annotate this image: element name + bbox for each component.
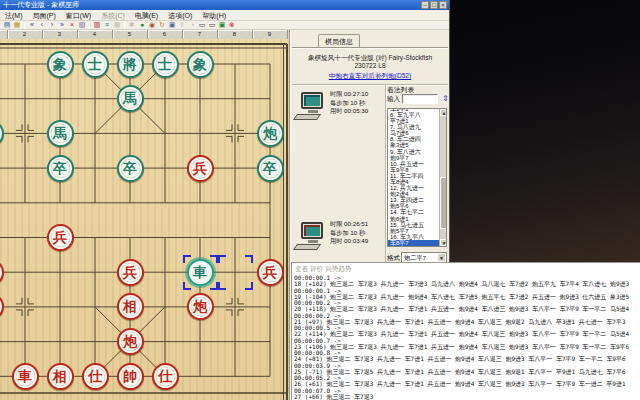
next-move-icon[interactable]: ›	[47, 21, 57, 29]
board-grid-icon: ▦	[112, 21, 122, 29]
move-list-item[interactable]: 车8平7	[388, 240, 440, 246]
ruler-cell: 1	[0, 30, 8, 39]
menu-item[interactable]: 法(M)	[0, 10, 28, 21]
opening-link[interactable]: 中炮右直车对后补列炮(D52)	[290, 72, 450, 81]
red-piece[interactable]: 相	[117, 293, 144, 320]
bracket-corner	[183, 282, 191, 290]
close-button[interactable]: ×	[439, 1, 447, 9]
player-icon[interactable]: ●	[137, 21, 147, 29]
new-icon[interactable]: ▤	[2, 21, 12, 29]
paste-icon[interactable]: ▧	[77, 21, 87, 29]
analysis-line: 26 (+61) 炮三退二 车7退3 兵九进一 车7进1 兵五进一 炮9进4 车…	[294, 381, 640, 387]
red-piece[interactable]: 仕	[82, 363, 109, 390]
minimize-button[interactable]: –	[421, 1, 429, 9]
analysis-header: 变着 评价 局势趋势	[295, 265, 351, 274]
black-piece[interactable]: 馬	[47, 120, 74, 147]
black-piece[interactable]: 卒	[257, 155, 284, 182]
title-bar[interactable]: 十一代专业版 - 象棋巫师 –□×	[0, 0, 449, 10]
menu-item[interactable]: 窗口(W)	[61, 10, 96, 21]
toolbar: ▤▦«‹›»×▧▥≡▦✱●◉↻▣‖◑▭▭▣⊗	[0, 21, 449, 30]
red-piece[interactable]: 兵	[117, 259, 144, 286]
red-piece[interactable]: 車	[12, 363, 39, 390]
analysis-line: 21 (+97) 炮三退二 车7退3 兵九进一 车7进1 兵五进一 炮9进4 车…	[294, 319, 640, 325]
flip-board-icon[interactable]: ↻	[157, 21, 167, 29]
analysis-line: 18 (+102) 炮三退二 车7退3 兵九进一 车7进3 马九进八 炮9进4 …	[294, 281, 640, 287]
input-label: 输入	[387, 95, 400, 104]
engine2-increment: 10 秒	[350, 229, 365, 236]
caption-buttons: –□×	[421, 1, 447, 9]
bracket-corner	[245, 282, 253, 290]
black-piece[interactable]: 卒	[47, 155, 74, 182]
prev-move-icon[interactable]: ‹	[37, 21, 47, 29]
black-piece[interactable]: 馬	[117, 85, 144, 112]
menu-item[interactable]: 选项(O)	[163, 10, 197, 21]
menu-item[interactable]: 电脑(E)	[130, 10, 163, 21]
scroll-up-icon[interactable]: ▲	[440, 109, 447, 116]
menu-item[interactable]: 系统(C)	[96, 10, 130, 21]
red-piece[interactable]: 相	[47, 363, 74, 390]
tab-game-info[interactable]: 棋局信息	[318, 34, 360, 47]
red-piece[interactable]: 炮	[117, 328, 144, 355]
stop-icon[interactable]: ⊗	[227, 21, 237, 29]
screen-icon[interactable]: ▣	[217, 21, 227, 29]
spin-icon[interactable]: ⇕	[442, 94, 449, 104]
scroll-down-icon[interactable]: ▼	[440, 239, 447, 246]
black-piece[interactable]: 士	[152, 51, 179, 78]
move-list-scrollbar[interactable]: ▲ ▼	[439, 109, 446, 246]
engine1-time-limit: 00:27:10	[344, 90, 368, 97]
engine-version-line: 230722 L8	[290, 62, 450, 69]
scrollbar-thumb[interactable]	[440, 177, 447, 229]
menu-bar: 法(M)局面(P)窗口(W)系统(C)电脑(E)选项(O)帮助(H)	[0, 10, 449, 21]
toolbar-separator	[124, 22, 125, 29]
xiangqi-board[interactable]: 象士將士象馬馬炮炮卒卒卒車兵兵兵兵兵車炮相炮車相仕帥仕	[0, 39, 289, 400]
black-piece[interactable]: 將	[117, 51, 144, 78]
engine1-icon[interactable]: ▭	[197, 21, 207, 29]
red-piece[interactable]: 兵	[47, 224, 74, 251]
last-move-icon[interactable]: »	[57, 21, 67, 29]
red-piece[interactable]: 兵	[187, 155, 214, 182]
engine2-time-used: 00:03:49	[344, 237, 368, 244]
move-listbox[interactable]: 5. 炮八平七车1平26. 车九平八卒7进17. 马八进九马7进68. 车二进四…	[387, 108, 447, 247]
first-move-icon[interactable]: «	[27, 21, 37, 29]
ruler-cell: 8	[218, 30, 253, 39]
analysis-line: 19 (-104) 炮三退二 车7退3 兵九进一 炮9进4 车八进七 车7进5 …	[294, 294, 640, 300]
red-piece[interactable]: 帥	[117, 363, 144, 390]
engine1-clock-block: 时限 00:27:10 每步加 10 秒 用时 00:05:30	[294, 90, 384, 130]
computer-icon	[294, 92, 328, 124]
red-piece[interactable]: 仕	[152, 363, 179, 390]
pause-icon: ‖	[177, 21, 187, 29]
ruler-cell: 6	[148, 30, 183, 39]
bracket-corner	[218, 255, 226, 263]
ruler-cell: 4	[78, 30, 113, 39]
window-title: 十一代专业版 - 象棋巫师	[3, 1, 79, 8]
red-piece[interactable]: 炮	[187, 293, 214, 320]
eye-icon[interactable]: ◉	[147, 21, 157, 29]
red-piece[interactable]: 兵	[257, 259, 284, 286]
black-piece[interactable]: 象	[47, 51, 74, 78]
toolbar-separator	[89, 22, 90, 29]
ruler-cell: 5	[113, 30, 148, 39]
open-icon[interactable]: ▦	[12, 21, 22, 29]
analysis-line: 23 (+106) 炮三退二 车7退3 兵九进一 车7进1 兵五进一 炮9进4 …	[294, 344, 640, 350]
chevron-down-icon[interactable]: ▼	[437, 253, 446, 262]
analysis-line: 20 (+118) 炮三退二 车7退3 兵九进一 车7进1 兵五进一 炮9进4 …	[294, 306, 640, 312]
book-icon[interactable]: ▥	[92, 21, 102, 29]
movelist-icon[interactable]: ≡	[102, 21, 112, 29]
move-input[interactable]	[402, 94, 438, 104]
black-piece[interactable]: 卒	[117, 155, 144, 182]
window-icon[interactable]: ▣	[167, 21, 177, 29]
move-list-column: 着法列表 输入 ⇕ 5. 炮八平七车1平26. 车九平八卒7进17. 马八进九马…	[387, 85, 449, 265]
maximize-button[interactable]: □	[430, 1, 438, 9]
delete-icon[interactable]: ×	[67, 21, 77, 29]
engine2-icon[interactable]: ▭	[207, 21, 217, 29]
analysis-window: 变着 评价 局势趋势 00:00:00.1 -> 18 (+102) 炮三退二 …	[291, 262, 640, 400]
menu-item[interactable]: 局面(P)	[28, 10, 61, 21]
black-piece[interactable]: 士	[82, 51, 109, 78]
black-piece[interactable]: 象	[187, 51, 214, 78]
engine1-increment: 10 秒	[350, 99, 365, 106]
menu-item[interactable]: 帮助(H)	[197, 10, 231, 21]
tab-divider	[292, 47, 448, 48]
bracket-corner	[210, 282, 218, 290]
ruler-cell: 2	[8, 30, 43, 39]
black-piece[interactable]: 炮	[257, 120, 284, 147]
